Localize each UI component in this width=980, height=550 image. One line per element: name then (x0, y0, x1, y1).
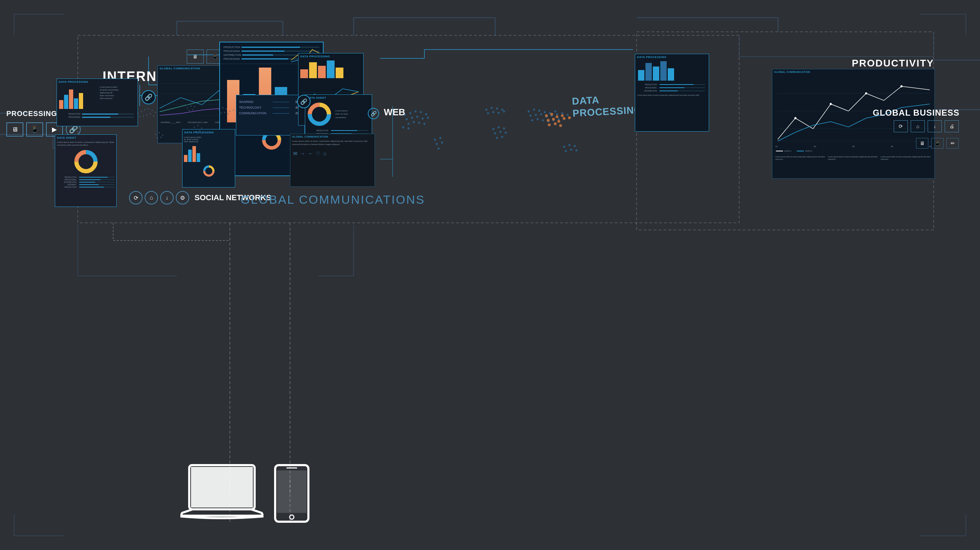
gb-icon-1[interactable]: ⟳ (894, 120, 908, 132)
svg-point-104 (485, 108, 487, 111)
social-icon-4[interactable]: ⚙ (176, 191, 189, 204)
tr-bar3 (318, 66, 326, 78)
svg-point-71 (222, 107, 224, 108)
svg-point-167 (794, 117, 797, 119)
svg-point-79 (158, 132, 160, 134)
global-business-icons: ⟳ ⌂ ↓ 🖨 (894, 120, 959, 132)
svg-point-77 (228, 113, 229, 114)
svg-point-153 (555, 115, 558, 118)
svg-point-92 (425, 113, 427, 115)
svg-point-154 (561, 114, 564, 117)
svg-point-81 (157, 137, 158, 139)
svg-point-83 (194, 127, 195, 128)
svg-point-127 (536, 118, 539, 120)
svg-point-152 (550, 113, 553, 116)
svg-point-85 (201, 127, 202, 129)
tr-bar2 (309, 62, 317, 78)
legend-2: DATA 2 (797, 150, 812, 152)
gcr-text: Lorem ipsum dolor sit amet, consectetur … (290, 139, 374, 147)
dp-tr-title: DATA PROCESSING (299, 53, 363, 59)
svg-point-136 (500, 131, 501, 133)
tablet-icon[interactable]: 📱 (26, 122, 43, 137)
r-icon-3[interactable]: ✏ (947, 138, 959, 149)
svg-point-98 (407, 123, 410, 125)
gb-icon-3[interactable]: ↓ (928, 120, 942, 132)
svg-point-170 (900, 85, 902, 87)
svg-point-142 (574, 145, 576, 147)
ds-right-donut (307, 102, 332, 127)
gb-icon-2[interactable]: ⌂ (911, 120, 925, 132)
svg-point-62 (146, 114, 148, 116)
svg-point-86 (196, 131, 197, 132)
svg-point-160 (548, 124, 550, 126)
svg-point-168 (830, 103, 832, 105)
prod-n2: 20 (814, 145, 816, 148)
svg-point-133 (498, 126, 500, 129)
social-icon-2[interactable]: ⌂ (145, 191, 158, 204)
svg-point-66 (190, 105, 192, 107)
ds-left-lorem: Lorem ipsum dolor sit amet, consectetur … (55, 140, 116, 148)
svg-point-146 (434, 139, 436, 141)
monitor-icon[interactable]: 🖥 (6, 122, 23, 137)
svg-point-162 (559, 124, 562, 127)
svg-point-137 (505, 132, 507, 134)
link-connector-2: 🔗 (297, 95, 310, 108)
social-icon-1[interactable]: ⟳ (129, 191, 143, 204)
svg-point-84 (197, 125, 199, 126)
svg-point-141 (568, 144, 570, 146)
svg-point-150 (438, 148, 440, 149)
svg-point-140 (563, 146, 565, 148)
svg-point-103 (407, 127, 410, 129)
svg-point-120 (540, 113, 542, 115)
arrow-right-icon: → (300, 151, 305, 156)
r-icon-1[interactable]: 🖥 (916, 138, 928, 149)
email-icon: ✉ (293, 151, 298, 156)
tr-bar5 (336, 68, 344, 78)
svg-point-110 (498, 112, 500, 114)
svg-point-100 (418, 122, 420, 124)
svg-point-145 (576, 149, 578, 151)
svg-point-115 (544, 111, 546, 113)
svg-point-178 (290, 515, 294, 519)
svg-point-61 (143, 115, 144, 117)
svg-point-82 (160, 137, 162, 138)
svg-point-102 (402, 126, 404, 129)
gb-icon-4[interactable]: 🖨 (945, 120, 959, 132)
svg-point-138 (496, 137, 498, 139)
gcr-title: GLOBAL COMMUNICATION (290, 134, 374, 139)
svg-point-126 (531, 119, 533, 121)
svg-point-68 (188, 110, 190, 111)
tr-bar1 (300, 69, 308, 78)
svg-point-97 (427, 117, 429, 119)
bar2 (64, 95, 68, 109)
social-icon-3[interactable]: ↓ (160, 191, 173, 204)
svg-point-159 (568, 116, 571, 119)
svg-point-151 (545, 114, 548, 117)
distribution-label: DISTRIBUTION (224, 54, 241, 56)
svg-point-143 (565, 150, 567, 152)
svg-point-76 (224, 112, 225, 113)
svg-point-73 (229, 111, 231, 112)
prod-card-title: GLOBAL COMMUNICATION (772, 69, 934, 74)
ds-right-title: DATA SHEET (305, 95, 372, 100)
prod-n1: 10 (775, 145, 778, 148)
svg-point-149 (441, 141, 443, 144)
social-icons: ⟳ ⌂ ↓ ⚙ (129, 191, 189, 204)
r-icon-2[interactable]: 📱 (931, 138, 943, 149)
svg-point-88 (404, 114, 406, 116)
svg-point-158 (563, 117, 565, 120)
svg-point-117 (554, 110, 556, 113)
legend-1: DATA 1 (776, 150, 792, 152)
svg-point-123 (556, 113, 558, 115)
svg-point-147 (439, 137, 441, 139)
svg-point-56 (144, 109, 146, 110)
prod-n3: 30 (852, 145, 855, 148)
svg-point-80 (162, 134, 163, 136)
dpr-progress: PRODUCTION PROCESSING DISTRIBUTION (635, 83, 709, 92)
prod-text-cols: Lorem ipsum dolor sit amet consectetur a… (772, 154, 934, 162)
svg-point-58 (151, 110, 153, 111)
svg-point-64 (153, 115, 154, 117)
global-business-label: GLOBAL BUSINESS (873, 108, 959, 118)
top-monitor-icon[interactable]: 🖥 (187, 49, 204, 64)
productivity-label: PRODUCTIVITY (852, 58, 934, 69)
